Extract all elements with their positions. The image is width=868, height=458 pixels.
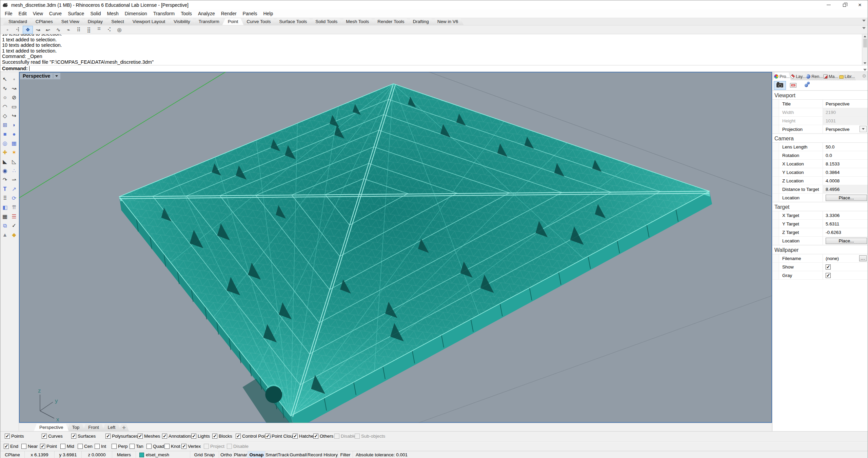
osnap-checkbox[interactable]: Cen	[78, 444, 93, 449]
dropdown-arrow-icon[interactable]	[860, 126, 867, 132]
statusbar-pane[interactable]: z 0.0000	[82, 451, 112, 458]
menu-item[interactable]: Transform	[150, 9, 178, 18]
side-toolbar-button[interactable]: ■	[1, 130, 9, 139]
side-toolbar-button[interactable]: ⇀	[10, 175, 19, 184]
ribbon-tab[interactable]: Select	[106, 18, 130, 25]
side-toolbar-button[interactable]: ●	[10, 130, 19, 139]
property-value[interactable]: 5.6311 5.6311 ...	[823, 220, 868, 228]
menu-item[interactable]: Dimension	[122, 9, 150, 18]
osnap-checkbox[interactable]: End	[4, 444, 18, 449]
filter-checkbox[interactable]: Disable	[334, 434, 356, 439]
statusbar-pane[interactable]: y 3.6981	[55, 451, 82, 458]
tab-libraries[interactable]: Libr...	[838, 73, 856, 80]
tab-properties[interactable]: Pro...	[773, 73, 791, 80]
statusbar-pane[interactable]: Absolute tolerance: 0.001	[353, 451, 868, 458]
viewport-tab[interactable]: Front	[83, 424, 104, 431]
side-toolbar-button[interactable]: ∿	[1, 84, 9, 93]
osnap-checkbox[interactable]: Mid	[60, 444, 74, 449]
viewport-3d-scene[interactable]: z y x	[19, 72, 772, 423]
side-toolbar-button[interactable]: ▦	[10, 139, 19, 148]
viewport-rect-button[interactable]	[787, 81, 799, 90]
statusbar-pane[interactable]: SmartTrack	[265, 451, 289, 458]
property-value[interactable]: 0.3864 0.3864 ...	[823, 168, 868, 176]
toolbar-button[interactable]: ⠛	[94, 26, 104, 34]
property-value[interactable]: Perspective Perspective ...	[823, 100, 868, 108]
property-value[interactable]: 2190 2190 ...	[823, 108, 868, 116]
side-toolbar-button[interactable]: ◇	[1, 111, 9, 120]
side-toolbar-button[interactable]: ⟳	[10, 194, 19, 203]
toolbar-button[interactable]: ◎	[114, 26, 124, 34]
menu-item[interactable]: Panels	[240, 9, 260, 18]
filter-checkbox[interactable]: Polysurfaces	[105, 434, 138, 439]
side-toolbar-button[interactable]: ◣	[1, 157, 9, 166]
side-toolbar-button[interactable]: ⇈	[10, 203, 19, 212]
filter-checkbox[interactable]: Others	[313, 434, 334, 439]
gear-icon[interactable]: ⚙	[862, 73, 866, 79]
menu-item[interactable]: Solid	[87, 9, 104, 18]
scrollbar-thumb[interactable]	[863, 39, 867, 47]
minimize-button[interactable]	[821, 0, 836, 9]
restore-button[interactable]	[836, 0, 852, 9]
ribbon-tab[interactable]: Display	[82, 18, 108, 25]
ribbon-tab[interactable]: New in V6	[432, 18, 464, 25]
menu-item[interactable]: Edit	[16, 9, 30, 18]
side-toolbar-button[interactable]: ▦	[1, 212, 9, 221]
toolbar-button[interactable]: ⠺	[13, 26, 23, 34]
osnap-checkbox[interactable]: Disable	[227, 444, 249, 449]
toolbar-button[interactable]: ❖	[23, 26, 33, 34]
osnap-checkbox[interactable]: Tan	[130, 444, 143, 449]
property-value[interactable]: 4.0008 4.0008 ...	[823, 177, 868, 185]
property-value[interactable]: 0.0 0.0 ...	[823, 151, 868, 159]
place-button[interactable]: Place...	[826, 238, 867, 244]
filter-checkbox[interactable]: Meshes	[138, 434, 160, 439]
side-toolbar-button[interactable]: ⊞	[1, 120, 9, 130]
side-toolbar-button[interactable]: ⧉	[1, 221, 9, 230]
toolbar-button[interactable]: ⌁	[63, 26, 74, 34]
statusbar-pane[interactable]: Gumball	[289, 451, 308, 458]
side-toolbar-button[interactable]: ◗	[10, 120, 19, 130]
ribbon-tab[interactable]: Point	[222, 18, 244, 25]
viewport-tab[interactable]: Left	[102, 424, 121, 431]
osnap-checkbox[interactable]: Project	[204, 444, 224, 449]
toolbar-button[interactable]: ⠿	[74, 26, 84, 34]
side-toolbar-button[interactable]: ∴	[10, 166, 19, 175]
menu-item[interactable]: View	[30, 9, 46, 18]
close-button[interactable]: ×	[852, 0, 868, 9]
ribbon-tab[interactable]: Render Tools	[372, 18, 410, 25]
viewport-tab[interactable]: Perspective	[34, 424, 69, 431]
scroll-down-icon[interactable]	[864, 62, 866, 64]
property-value[interactable]: Perspective Perspective ...	[823, 125, 868, 133]
property-value[interactable]: 8.1533 8.1533 ...	[823, 160, 868, 168]
side-toolbar-button[interactable]: ◧	[1, 203, 9, 212]
side-toolbar-button[interactable]: ▲	[1, 230, 9, 239]
statusbar-pane[interactable]: elset_mesh	[136, 451, 190, 458]
statusbar-pane[interactable]: Osnap	[248, 451, 265, 458]
side-toolbar-button[interactable]: T	[1, 184, 9, 194]
toolbar-overflow-icon[interactable]	[862, 27, 866, 29]
filter-checkbox[interactable]: Blocks	[212, 434, 232, 439]
osnap-checkbox[interactable]: Point	[40, 444, 57, 449]
side-toolbar-button[interactable]: ↝	[10, 84, 19, 93]
place-button[interactable]: Place...	[826, 195, 867, 201]
statusbar-pane[interactable]: CPlane	[0, 451, 25, 458]
viewport-tab[interactable]: Top	[67, 424, 85, 431]
side-toolbar-button[interactable]: ◺	[10, 157, 19, 166]
toolbar-button[interactable]: ∿	[53, 26, 63, 34]
property-value[interactable]: Place... Place... ...	[823, 194, 868, 202]
statusbar-pane[interactable]: Grid Snap	[190, 451, 219, 458]
toolbar-button[interactable]: ↝	[33, 26, 43, 34]
side-toolbar-button[interactable]: ◎	[1, 139, 9, 148]
side-toolbar-button[interactable]: ✚	[1, 148, 9, 157]
ribbon-tab[interactable]: Viewport Layout	[127, 18, 171, 25]
side-toolbar-button[interactable]: ◠	[1, 102, 9, 111]
filter-checkbox[interactable]: Lights	[191, 434, 210, 439]
ribbon-tab[interactable]: Curve Tools	[241, 18, 276, 25]
checkbox[interactable]	[826, 273, 831, 278]
side-toolbar-button[interactable]: ✓	[10, 221, 19, 230]
property-value[interactable]: 1031 1031 ...	[823, 117, 868, 125]
side-toolbar-button[interactable]: ◉	[1, 166, 9, 175]
statusbar-pane[interactable]: x 6.1399	[25, 451, 55, 458]
new-viewport-tab-button[interactable]: ✛	[119, 424, 129, 431]
ribbon-tab[interactable]: Surface Tools	[274, 18, 313, 25]
side-toolbar-button[interactable]: ↪	[10, 111, 19, 120]
